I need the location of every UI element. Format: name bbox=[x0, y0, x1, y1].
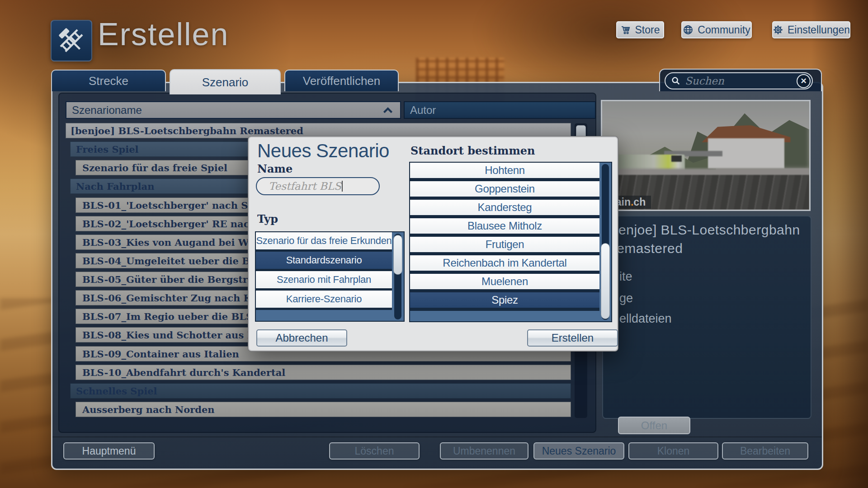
location-option[interactable]: Goppenstein bbox=[410, 181, 599, 197]
umbenennen-button[interactable]: Umbenennen bbox=[440, 442, 528, 460]
type-list-scrollbar[interactable] bbox=[392, 232, 404, 321]
search-input[interactable]: Suchen ✕ bbox=[665, 72, 813, 89]
detail-line: ge bbox=[619, 291, 633, 305]
store-button[interactable]: Store bbox=[616, 21, 664, 38]
route-title: [benjoe] BLS-Loetschbergbahn Remastered bbox=[607, 221, 807, 258]
community-button[interactable]: Community bbox=[681, 21, 752, 38]
open-button[interactable]: Offen bbox=[618, 417, 690, 434]
toolbar-divider bbox=[52, 436, 822, 437]
new-scenario-dialog: Neues Szenario Name Testfahrt BLS Typ Sz… bbox=[248, 136, 618, 351]
tab-strecke[interactable]: Strecke bbox=[51, 70, 166, 91]
tab-szenario[interactable]: Szenario bbox=[170, 69, 281, 94]
name-label: Name bbox=[257, 162, 292, 175]
bearbeiten-button[interactable]: Bearbeiten bbox=[722, 442, 808, 460]
typ-option[interactable]: Standardszenario bbox=[256, 252, 392, 269]
search-icon bbox=[671, 76, 681, 86]
category-row[interactable]: Schnelles Spiel bbox=[70, 383, 571, 399]
gear-icon bbox=[773, 24, 783, 35]
train-simulator-build-screen: Erstellen StoreCommunityEinstellungen St… bbox=[0, 0, 868, 488]
klonen-button[interactable]: Klonen bbox=[628, 442, 718, 460]
typ-option[interactable]: Szenario für das freie Erkunden bbox=[256, 232, 392, 249]
scenario-type-list: Szenario für das freie ErkundenStandards… bbox=[255, 231, 405, 322]
settings-button[interactable]: Einstellungen bbox=[772, 21, 850, 38]
route-details-card: [benjoe] BLS-Loetschbergbahn Remastered … bbox=[602, 216, 811, 419]
location-option[interactable]: Muelenen bbox=[410, 274, 599, 289]
location-option[interactable]: Frutigen bbox=[410, 237, 599, 252]
create-button[interactable]: Erstellen bbox=[527, 329, 618, 347]
route-preview-image: Train.ch bbox=[601, 100, 811, 211]
typ-label: Typ bbox=[257, 212, 278, 225]
cart-icon bbox=[621, 25, 631, 35]
cancel-button[interactable]: Abbrechen bbox=[256, 329, 347, 347]
location-label: Standort bestimmen bbox=[410, 144, 535, 157]
column-header-autor[interactable]: Autor bbox=[404, 101, 596, 119]
location-option[interactable]: Spiez bbox=[410, 292, 599, 308]
search-placeholder: Suchen bbox=[685, 75, 797, 87]
loeschen-button[interactable]: Löschen bbox=[329, 442, 420, 460]
build-tools-logo-icon bbox=[51, 20, 92, 61]
location-option[interactable]: Kandersteg bbox=[410, 200, 599, 215]
scenario-row[interactable]: BLS-10_Abendfahrt durch's Kandertal bbox=[75, 365, 571, 380]
dialog-title: Neues Szenario bbox=[257, 140, 389, 162]
search-clear-button[interactable]: ✕ bbox=[797, 74, 811, 88]
sort-chevron-up-icon bbox=[383, 107, 393, 113]
type-scrollbar-thumb[interactable] bbox=[393, 235, 402, 275]
detail-line: ite bbox=[619, 270, 632, 284]
tab-veroeffentlichen[interactable]: Veröffentlichen bbox=[284, 70, 399, 91]
globe-icon bbox=[683, 24, 693, 35]
scenario-row[interactable]: Ausserberg nach Norden bbox=[75, 402, 571, 417]
scenario-name-value: Testfahrt BLS bbox=[269, 180, 341, 192]
scenario-name-input[interactable]: Testfahrt BLS bbox=[256, 177, 380, 195]
typ-option[interactable]: Szenario mit Fahrplan bbox=[256, 271, 392, 288]
location-list-scrollbar[interactable] bbox=[599, 163, 611, 321]
text-caret bbox=[342, 181, 343, 192]
route-row[interactable]: [benjoe] BLS-Loetschbergbahn Remastered bbox=[66, 123, 571, 138]
location-list: HohtennGoppensteinKanderstegBlausee Mith… bbox=[409, 162, 612, 322]
location-scrollbar-thumb[interactable] bbox=[601, 243, 610, 319]
typ-option[interactable]: Karriere-Szenario bbox=[256, 291, 392, 308]
location-option[interactable]: Hohtenn bbox=[410, 163, 599, 178]
location-option[interactable]: Reichenbach im Kandertal bbox=[410, 255, 599, 271]
location-option[interactable]: Blausee Mitholz bbox=[410, 218, 599, 234]
hauptmenue-button[interactable]: Hauptmenü bbox=[63, 442, 155, 460]
detail-line: elldateien bbox=[619, 312, 672, 326]
page-title: Erstellen bbox=[98, 16, 229, 52]
column-header-szenarioname[interactable]: Szenarioname bbox=[66, 101, 401, 119]
neues-szenario-button[interactable]: Neues Szenario bbox=[533, 442, 624, 460]
